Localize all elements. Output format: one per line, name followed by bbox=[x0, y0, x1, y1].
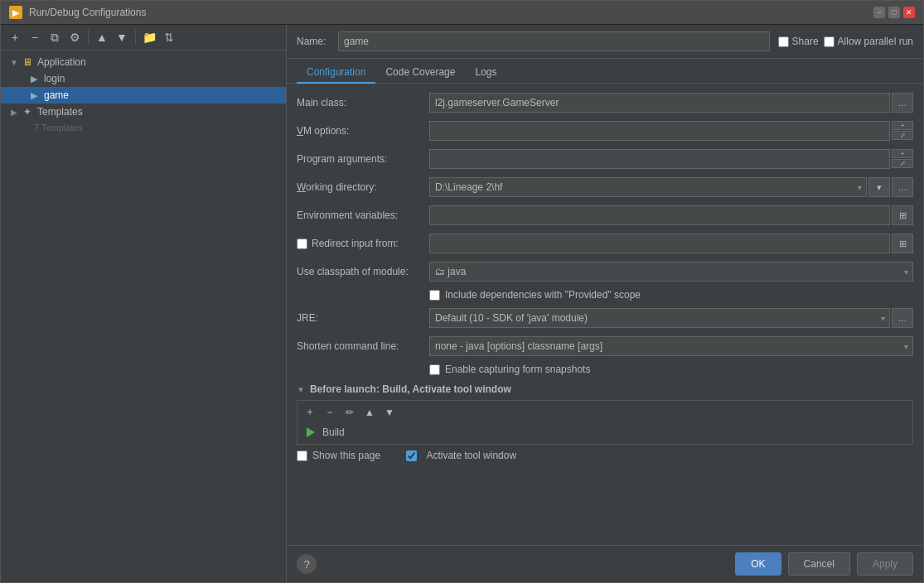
login-config-icon: ▶ bbox=[27, 72, 41, 85]
vm-options-input[interactable] bbox=[429, 121, 890, 141]
program-args-fullscreen-btn[interactable]: ⤢ bbox=[892, 159, 913, 168]
share-area: Share Allow parallel run bbox=[778, 36, 913, 47]
working-dir-select-wrapper bbox=[429, 177, 867, 197]
name-row: Name: Share Allow parallel run bbox=[287, 25, 923, 59]
redirect-input-browse-button[interactable]: ⊞ bbox=[892, 234, 913, 253]
main-class-input[interactable] bbox=[429, 93, 890, 113]
application-folder-icon: 🖥 bbox=[21, 55, 34, 69]
right-panel: Name: Share Allow parallel run Configura… bbox=[287, 25, 923, 582]
shorten-cmd-select[interactable]: none - java [options] classname [args] bbox=[429, 336, 913, 356]
folder-button[interactable]: 📁 bbox=[140, 28, 158, 46]
redirect-input-field[interactable] bbox=[429, 234, 890, 253]
before-launch-edit-button[interactable]: ✏ bbox=[341, 404, 359, 421]
jre-row: JRE: Default (10 - SDK of 'java' module)… bbox=[297, 307, 913, 329]
row-separator bbox=[392, 450, 394, 461]
game-config-item[interactable]: ▶ game bbox=[1, 87, 286, 104]
templates-hint: 7 Templates bbox=[1, 120, 286, 133]
jre-select[interactable]: Default (10 - SDK of 'java' module) bbox=[429, 308, 890, 328]
copy-config-button[interactable]: ⧉ bbox=[46, 28, 64, 46]
program-args-row: Program arguments: + ⤢ bbox=[297, 148, 913, 170]
redirect-input-label: Redirect input from: bbox=[312, 238, 399, 249]
redirect-input-checkbox[interactable] bbox=[297, 238, 307, 249]
classpath-select-wrapper: 🗂 java bbox=[429, 262, 913, 282]
jre-browse-button[interactable]: … bbox=[892, 308, 913, 328]
name-input[interactable] bbox=[338, 31, 770, 51]
working-dir-arrow-button[interactable]: ▾ bbox=[868, 177, 890, 197]
allow-parallel-checkbox-label[interactable]: Allow parallel run bbox=[824, 36, 913, 47]
redirect-checkbox-group: Redirect input from: bbox=[297, 238, 429, 249]
program-args-input-group: + ⤢ bbox=[429, 149, 913, 169]
move-down-button[interactable]: ▼ bbox=[113, 28, 131, 46]
program-args-expand-btn[interactable]: + bbox=[892, 149, 913, 158]
activate-tool-checkbox[interactable] bbox=[406, 450, 417, 461]
allow-parallel-checkbox[interactable] bbox=[824, 36, 835, 47]
templates-icon: ✦ bbox=[21, 105, 34, 118]
main-content: + − ⧉ ⚙ ▲ ▼ 📁 ⇅ ▼ 🖥 Application bbox=[1, 25, 923, 582]
activate-tool-label: Activate tool window bbox=[426, 450, 516, 461]
env-vars-input[interactable] bbox=[429, 205, 890, 225]
apply-button[interactable]: Apply bbox=[857, 552, 913, 576]
game-config-icon: ▶ bbox=[27, 89, 41, 102]
include-deps-checkbox[interactable] bbox=[429, 290, 440, 301]
app-icon: ▶ bbox=[9, 6, 22, 19]
close-button[interactable]: ✕ bbox=[903, 7, 915, 18]
left-panel: + − ⧉ ⚙ ▲ ▼ 📁 ⇅ ▼ 🖥 Application bbox=[1, 25, 287, 582]
application-group[interactable]: ▼ 🖥 Application bbox=[1, 54, 286, 70]
redirect-input-row: Redirect input from: ⊞ bbox=[297, 233, 913, 254]
before-launch-section[interactable]: ▼ Before launch: Build, Activate tool wi… bbox=[297, 383, 913, 395]
before-launch-up-button[interactable]: ▲ bbox=[360, 404, 379, 421]
redirect-input-group: ⊞ bbox=[429, 234, 913, 253]
help-button[interactable]: ? bbox=[297, 554, 317, 574]
tab-logs[interactable]: Logs bbox=[465, 62, 506, 84]
program-args-input[interactable] bbox=[429, 149, 890, 169]
cancel-button[interactable]: Cancel bbox=[788, 552, 850, 576]
build-item: Build bbox=[301, 424, 909, 441]
share-checkbox[interactable] bbox=[778, 36, 789, 47]
env-vars-row: Environment variables: ⊞ bbox=[297, 205, 913, 226]
main-class-row: Main class: … bbox=[297, 92, 913, 113]
env-vars-input-group: ⊞ bbox=[429, 205, 913, 225]
before-launch-remove-button[interactable]: − bbox=[321, 404, 339, 421]
vm-options-expand: + ⤢ bbox=[892, 121, 913, 141]
templates-group[interactable]: ▶ ✦ Templates bbox=[1, 104, 286, 120]
working-dir-browse-button[interactable]: … bbox=[892, 177, 913, 197]
before-launch-add-button[interactable]: + bbox=[301, 404, 319, 421]
build-label: Build bbox=[322, 426, 345, 438]
before-launch-down-button[interactable]: ▼ bbox=[380, 404, 399, 421]
tab-configuration[interactable]: Configuration bbox=[297, 62, 375, 84]
share-checkbox-label[interactable]: Share bbox=[778, 36, 819, 47]
move-up-button[interactable]: ▲ bbox=[93, 28, 111, 46]
login-config-item[interactable]: ▶ login bbox=[1, 70, 286, 87]
enable-snapshots-checkbox[interactable] bbox=[429, 364, 440, 375]
include-deps-row: Include dependencies with "Provided" sco… bbox=[297, 289, 913, 301]
ok-button[interactable]: OK bbox=[735, 552, 781, 576]
classpath-row: Use classpath of module: 🗂 java bbox=[297, 261, 913, 282]
dialog-window: ▶ Run/Debug Configurations − □ ✕ + − ⧉ ⚙… bbox=[0, 0, 924, 583]
maximize-button[interactable]: □ bbox=[888, 7, 900, 18]
add-config-button[interactable]: + bbox=[6, 28, 24, 46]
classpath-label: Use classpath of module: bbox=[297, 266, 429, 277]
settings-button[interactable]: ⚙ bbox=[65, 28, 84, 46]
env-vars-edit-button[interactable]: ⊞ bbox=[892, 205, 913, 225]
shorten-cmd-select-wrapper: none - java [options] classname [args] bbox=[429, 336, 913, 356]
working-dir-row: Working directory: ▾ … bbox=[297, 176, 913, 198]
main-class-browse-button[interactable]: … bbox=[892, 93, 913, 113]
working-dir-input[interactable] bbox=[429, 177, 867, 197]
tab-code-coverage[interactable]: Code Coverage bbox=[375, 62, 465, 84]
show-page-row: Show this page Activate tool window bbox=[297, 450, 913, 461]
vm-options-row: VM options: + ⤢ bbox=[297, 120, 913, 142]
enable-snapshots-row: Enable capturing form snapshots bbox=[297, 364, 913, 375]
show-page-label: Show this page bbox=[312, 450, 380, 461]
config-tree: ▼ 🖥 Application ▶ login ▶ game ▶ ✦ bbox=[1, 51, 286, 582]
vm-options-expand-btn[interactable]: + bbox=[892, 121, 913, 130]
show-page-checkbox[interactable] bbox=[297, 450, 307, 461]
build-run-icon bbox=[304, 426, 317, 439]
classpath-select[interactable]: 🗂 java bbox=[429, 262, 913, 282]
tabs-row: Configuration Code Coverage Logs bbox=[287, 59, 923, 84]
remove-config-button[interactable]: − bbox=[26, 28, 44, 46]
sort-button[interactable]: ⇅ bbox=[160, 28, 178, 46]
login-label: login bbox=[44, 73, 65, 84]
shorten-cmd-row: Shorten command line: none - java [optio… bbox=[297, 335, 913, 357]
vm-options-fullscreen-btn[interactable]: ⤢ bbox=[892, 131, 913, 140]
minimize-button[interactable]: − bbox=[873, 7, 885, 18]
